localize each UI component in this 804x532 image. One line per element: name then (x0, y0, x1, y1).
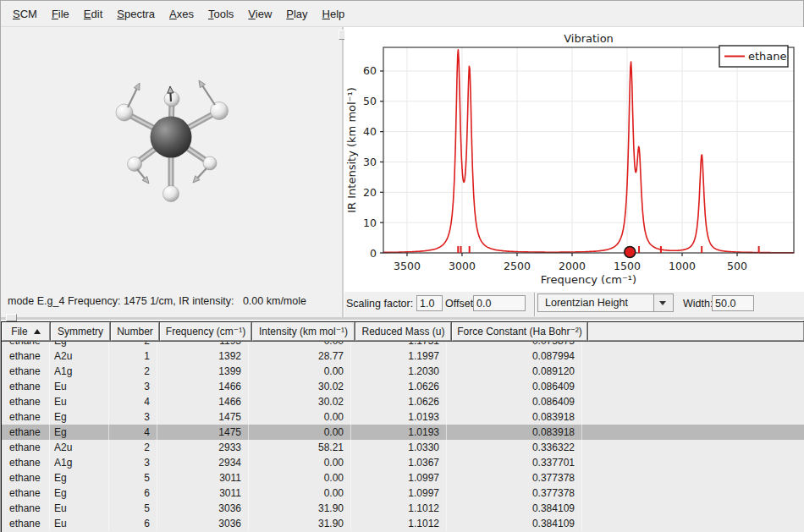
app-window: SCMFileEditSpectraAxesToolsViewPlayHelp … (0, 0, 804, 532)
scaling-factor-label: Scaling factor: (346, 298, 413, 310)
controls-separator (534, 293, 536, 316)
cell: Eg (50, 342, 109, 348)
table-row[interactable]: ethaneEg530110.001.09970.377378 (2, 470, 804, 485)
cell: ethane (2, 425, 50, 440)
offset-input[interactable] (473, 295, 526, 311)
menu-item-axes[interactable]: Axes (164, 5, 199, 23)
hydrogen-atom[interactable] (116, 104, 133, 121)
chevron-down-icon (659, 301, 666, 305)
cell: 4 (109, 394, 157, 409)
menu-item-help[interactable]: Help (317, 5, 350, 23)
menu-item-play[interactable]: Play (281, 5, 312, 23)
cell: ethane (2, 342, 50, 348)
cell: 5 (109, 470, 157, 485)
molecule-render[interactable] (1, 27, 343, 293)
cell: Eg (50, 425, 109, 440)
menu-item-view[interactable]: View (243, 5, 277, 23)
cell: Eg (50, 409, 109, 425)
hydrogen-atom[interactable] (128, 157, 142, 172)
column-header-number[interactable]: Number (111, 322, 159, 341)
column-header-frequency-cm[interactable]: Frequency (cm⁻¹) (160, 322, 251, 341)
table-row[interactable]: ethaneEu4146630.021.06260.086409 (2, 394, 804, 409)
column-header-file[interactable]: File (2, 322, 50, 341)
modes-table: FileSymmetryNumberFrequency (cm⁻¹)Intens… (1, 321, 804, 532)
lineshape-dropdown[interactable]: Lorentzian Height (537, 293, 674, 312)
column-header-force-constant-ha-bohr[interactable]: Force Constant (Ha Bohr⁻²) (452, 322, 587, 341)
cell: 0.00 (249, 409, 351, 425)
carbon-atom[interactable] (151, 117, 192, 158)
dropdown-arrow-button[interactable] (653, 294, 673, 311)
x-tick-label: 3500 (394, 260, 421, 272)
hydrogen-atom[interactable] (164, 91, 179, 107)
y-tick-label: 20 (363, 186, 377, 199)
table-row[interactable]: ethaneEu5303631.901.10120.384109 (2, 501, 804, 516)
cell: 1.1751 (351, 342, 447, 348)
cell: 1466 (157, 379, 249, 394)
hydrogen-atom[interactable] (203, 156, 217, 170)
table-row[interactable]: ethaneA2u2293358.211.03300.336322 (2, 440, 804, 455)
cell: Eu (50, 516, 109, 531)
menu-item-edit[interactable]: Edit (79, 5, 107, 23)
hydrogen-atom[interactable] (163, 186, 179, 202)
cell: A1g (50, 455, 109, 470)
cell: 6 (109, 516, 157, 531)
table-row[interactable]: ethaneEu3146630.021.06260.086409 (2, 379, 804, 394)
cell: 2 (109, 342, 157, 348)
cell: 1.0193 (351, 425, 447, 440)
table-row[interactable]: ethaneEg211930.001.17510.075875 (2, 342, 804, 348)
cell: 2933 (157, 440, 249, 455)
molecule-viewport[interactable] (1, 27, 343, 293)
column-header-reduced-mass-u[interactable]: Reduced Mass (u) (355, 322, 451, 341)
table-row[interactable]: ethaneEu6303631.901.10120.384109 (2, 516, 804, 531)
horizontal-splitter-handle[interactable] (6, 314, 17, 321)
cell: 6 (109, 485, 157, 501)
menu-item-spectra[interactable]: Spectra (112, 5, 160, 23)
modes-table-body[interactable]: ethaneEg211930.001.17510.075875ethaneA2u… (2, 342, 804, 532)
scaling-factor-input[interactable] (416, 295, 443, 311)
cell: 2 (109, 364, 157, 379)
offset-label: Offset: (445, 298, 476, 310)
mode-status-text: mode E.g_4 Frequency: 1475 1/cm, IR inte… (8, 295, 306, 307)
hydrogen-atom[interactable] (211, 102, 229, 120)
y-tick-label: 30 (363, 156, 377, 168)
cell: 0.377378 (447, 470, 582, 485)
cell: 0.089120 (447, 364, 582, 379)
menu-item-tools[interactable]: Tools (203, 5, 239, 23)
cell: 1.0193 (351, 409, 447, 425)
menu-item-file[interactable]: File (47, 5, 74, 23)
vibration-chart[interactable]: 3500300025002000150010005000102030405060… (344, 27, 804, 292)
cell: Eu (50, 394, 109, 409)
cell: A2u (50, 440, 109, 455)
table-row[interactable]: ethaneEg314750.001.01930.083918 (2, 409, 804, 425)
horizontal-splitter[interactable] (1, 317, 804, 321)
cell: Eu (50, 501, 109, 516)
table-row[interactable]: ethaneA1g329340.001.03670.337701 (2, 455, 804, 470)
displacement-vector (202, 86, 215, 105)
cell: 1.0626 (351, 379, 447, 394)
cell: 3036 (157, 501, 249, 516)
table-row[interactable]: ethaneA2u1139228.771.19970.087994 (2, 348, 804, 364)
cell: ethane (2, 516, 50, 531)
cell: 0.00 (249, 425, 351, 440)
spectrum-controls: Scaling factor: Offset: Lorentzian Heigh… (344, 292, 804, 317)
column-header-intensity-km-mol[interactable]: Intensity (km mol⁻¹) (252, 322, 355, 341)
x-tick-label: 1500 (614, 260, 641, 272)
cell: 30.02 (249, 394, 351, 409)
width-input[interactable] (712, 295, 754, 311)
table-row[interactable]: ethaneEg414750.001.01930.083918 (2, 425, 804, 440)
table-row[interactable]: ethaneEg630110.001.09970.377378 (2, 485, 804, 501)
selected-mode-marker[interactable] (625, 247, 636, 258)
y-tick-label: 60 (363, 64, 377, 77)
cell: 1.0330 (351, 440, 447, 455)
cell: 3011 (157, 485, 249, 501)
cell: 1475 (157, 409, 249, 425)
y-tick-label: 0 (370, 247, 377, 260)
cell: 1399 (157, 364, 249, 379)
displacement-vector (170, 93, 171, 101)
cell: 3 (109, 409, 157, 425)
cell: 0.336322 (447, 440, 582, 455)
cell: Eg (50, 485, 109, 501)
column-header-symmetry[interactable]: Symmetry (51, 322, 110, 341)
table-row[interactable]: ethaneA1g213990.001.20300.089120 (2, 364, 804, 379)
menu-item-scm[interactable]: SCM (8, 5, 42, 23)
